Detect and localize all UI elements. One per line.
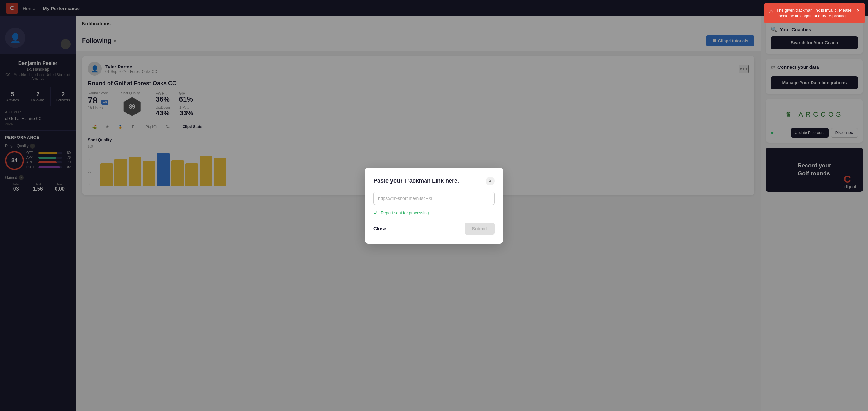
modal-submit-button[interactable]: Submit	[465, 223, 495, 235]
modal-header: Paste your Trackman Link here. ×	[373, 177, 495, 186]
toast-warning-icon: ⚠	[769, 8, 773, 15]
modal-footer: Close Submit	[373, 223, 495, 235]
trackman-link-input[interactable]	[373, 192, 495, 205]
modal-close-button[interactable]: ×	[486, 177, 495, 186]
error-toast: ⚠ The given trackman link is invalid. Pl…	[764, 3, 865, 23]
trackman-modal: Paste your Trackman Link here. × ✓ Repor…	[365, 168, 503, 244]
modal-close-text-button[interactable]: Close	[373, 226, 386, 231]
modal-title: Paste your Trackman Link here.	[373, 178, 459, 184]
success-check-icon: ✓	[373, 210, 378, 216]
success-text: Report sent for processing	[381, 211, 429, 215]
toast-message: The given trackman link is invalid. Plea…	[777, 7, 853, 19]
toast-close-button[interactable]: ×	[856, 7, 860, 13]
modal-overlay[interactable]: Paste your Trackman Link here. × ✓ Repor…	[0, 0, 868, 411]
modal-success-message: ✓ Report sent for processing	[373, 210, 495, 216]
